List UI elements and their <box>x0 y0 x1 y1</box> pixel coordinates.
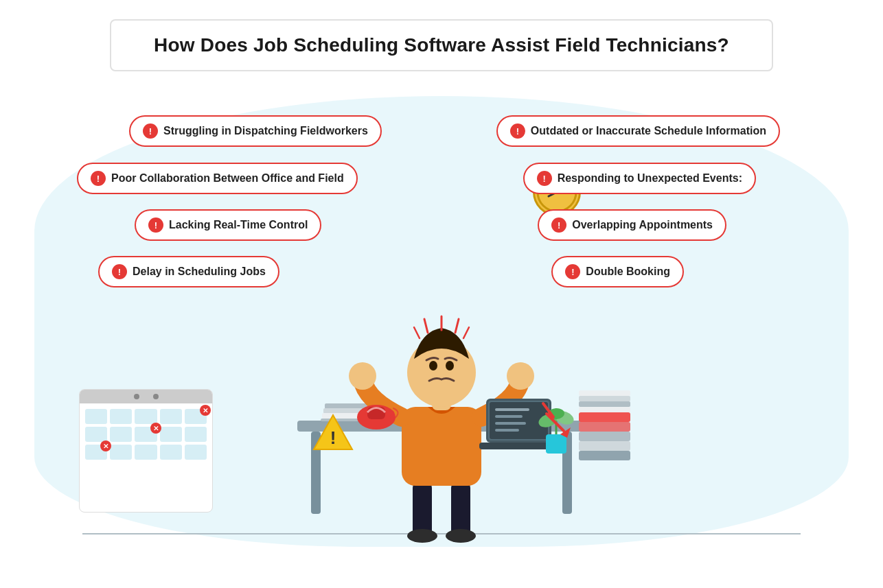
alert-icon-responding <box>537 171 552 186</box>
alert-icon-dispatching <box>143 124 158 139</box>
badge-responding: Responding to Unexpected Events: <box>523 163 756 194</box>
cal-cell <box>160 445 182 460</box>
svg-text:!: ! <box>330 427 336 448</box>
svg-rect-47 <box>579 432 630 441</box>
svg-rect-18 <box>402 407 481 486</box>
cal-cell-x3: ✕ <box>85 445 107 460</box>
cal-cell <box>160 409 182 424</box>
badge-poor-collab: Poor Collaboration Between Office and Fi… <box>77 163 358 194</box>
calendar-header <box>80 390 212 403</box>
badge-label-real-time: Lacking Real-Time Control <box>169 219 308 231</box>
svg-point-19 <box>349 362 376 390</box>
svg-rect-50 <box>579 390 630 396</box>
svg-rect-37 <box>495 415 523 418</box>
badge-overlapping: Overlapping Appointments <box>538 209 726 241</box>
svg-line-25 <box>424 319 428 333</box>
alert-icon-outdated <box>510 124 525 139</box>
cal-cell-x1: ✕ <box>185 409 207 424</box>
illustration-svg <box>242 283 641 544</box>
svg-rect-49 <box>579 451 630 460</box>
x-mark-1: ✕ <box>200 405 211 416</box>
cal-cell <box>185 427 207 442</box>
svg-point-24 <box>446 361 454 371</box>
cal-cell <box>110 409 132 424</box>
badge-outdated: Outdated or Inaccurate Schedule Informat… <box>496 115 780 147</box>
svg-rect-38 <box>495 422 526 425</box>
svg-point-20 <box>507 362 534 390</box>
svg-rect-39 <box>495 429 519 432</box>
cal-cell <box>160 427 182 442</box>
badge-label-delay: Delay in Scheduling Jobs <box>133 266 266 278</box>
cal-cell-x2: ✕ <box>135 427 157 442</box>
cal-cell <box>135 445 157 460</box>
cal-cell <box>185 445 207 460</box>
svg-line-29 <box>463 327 469 338</box>
badge-label-dispatching: Struggling in Dispatching Fieldworkers <box>163 125 368 137</box>
calendar-pin-right <box>153 394 159 399</box>
svg-point-17 <box>446 529 476 543</box>
down-arrow-illustration <box>536 397 577 440</box>
badge-double: Double Booking <box>551 256 684 287</box>
alert-icon-poor-collab <box>91 171 106 186</box>
badge-real-time: Lacking Real-Time Control <box>135 209 321 241</box>
svg-rect-52 <box>579 401 630 407</box>
svg-rect-53 <box>579 407 630 412</box>
svg-rect-48 <box>579 441 630 451</box>
x-mark-2: ✕ <box>150 423 161 434</box>
svg-rect-51 <box>579 396 630 401</box>
svg-rect-45 <box>579 412 630 422</box>
badge-label-poor-collab: Poor Collaboration Between Office and Fi… <box>111 172 344 185</box>
svg-line-28 <box>414 327 420 338</box>
badge-label-overlapping: Overlapping Appointments <box>572 219 713 231</box>
alert-icon-real-time <box>148 217 163 233</box>
svg-rect-46 <box>579 422 630 432</box>
svg-point-23 <box>429 361 437 371</box>
alert-icon-overlapping <box>551 217 566 233</box>
calendar-pin-left <box>134 394 139 399</box>
cal-cell <box>110 427 132 442</box>
badge-dispatching: Struggling in Dispatching Fieldworkers <box>129 115 382 147</box>
calendar-illustration: ✕ ✕ ✕ <box>79 389 213 513</box>
alert-icon-delay <box>112 264 127 279</box>
svg-point-16 <box>407 529 437 543</box>
badge-label-responding: Responding to Unexpected Events: <box>558 172 742 185</box>
person-desk-illustration <box>242 283 641 547</box>
cal-cell <box>85 409 107 424</box>
svg-rect-36 <box>495 408 529 411</box>
cal-cell <box>85 427 107 442</box>
badge-label-outdated: Outdated or Inaccurate Schedule Informat… <box>531 125 766 137</box>
page-title: How Does Job Scheduling Software Assist … <box>154 34 729 56</box>
alert-icon-double <box>565 264 580 279</box>
cal-cell <box>135 409 157 424</box>
cal-cell <box>110 445 132 460</box>
badge-label-double: Double Booking <box>586 266 670 278</box>
svg-line-27 <box>455 319 459 333</box>
main-container: How Does Job Scheduling Software Assist … <box>0 0 883 588</box>
badge-delay: Delay in Scheduling Jobs <box>98 256 279 287</box>
title-box: How Does Job Scheduling Software Assist … <box>110 19 773 71</box>
warning-triangle: ! <box>312 414 354 454</box>
